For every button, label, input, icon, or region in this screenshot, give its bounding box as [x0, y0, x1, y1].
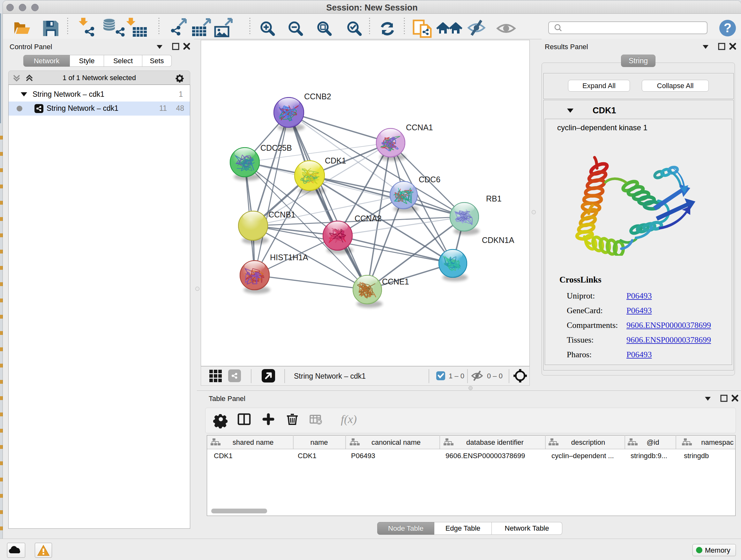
svg-text:stringdb:9...: stringdb:9... — [630, 452, 667, 460]
svg-text:CDC6: CDC6 — [419, 175, 441, 184]
svg-text:f(x): f(x) — [341, 413, 357, 426]
svg-text:CCNA2: CCNA2 — [354, 214, 382, 223]
svg-text:CCNE1: CCNE1 — [382, 277, 409, 286]
svg-text:1 – 0: 1 – 0 — [449, 372, 464, 380]
svg-text:description: description — [571, 438, 605, 446]
svg-text:HIST1H1A: HIST1H1A — [270, 253, 308, 262]
svg-text:String Network – cdk1: String Network – cdk1 — [294, 372, 366, 380]
svg-text:CDK1: CDK1 — [214, 452, 232, 460]
svg-text:RB1: RB1 — [486, 194, 502, 203]
svg-text:CCNB2: CCNB2 — [304, 92, 331, 101]
svg-text:CDC25B: CDC25B — [260, 143, 292, 152]
svg-text:namespac: namespac — [701, 438, 734, 446]
svg-text:CDK1: CDK1 — [298, 452, 317, 460]
svg-text:P06493: P06493 — [351, 452, 375, 460]
svg-text:stringdb: stringdb — [684, 452, 709, 460]
svg-text:CCNB1: CCNB1 — [268, 210, 295, 219]
svg-text:database identifier: database identifier — [466, 438, 524, 446]
svg-text:9606.ENSP00000378699: 9606.ENSP00000378699 — [446, 452, 525, 460]
svg-text:CCNA1: CCNA1 — [406, 123, 433, 132]
svg-text:CDKN1A: CDKN1A — [482, 236, 515, 245]
svg-text:@id: @id — [647, 438, 659, 446]
svg-text:name: name — [310, 438, 328, 446]
svg-text:0 – 0: 0 – 0 — [487, 372, 502, 380]
svg-text:shared name: shared name — [232, 438, 273, 446]
svg-text:canonical name: canonical name — [372, 438, 421, 446]
svg-text:CDK1: CDK1 — [325, 156, 346, 165]
svg-text:cyclin–dependent ...: cyclin–dependent ... — [551, 452, 614, 460]
svg-text:?: ? — [724, 21, 731, 35]
